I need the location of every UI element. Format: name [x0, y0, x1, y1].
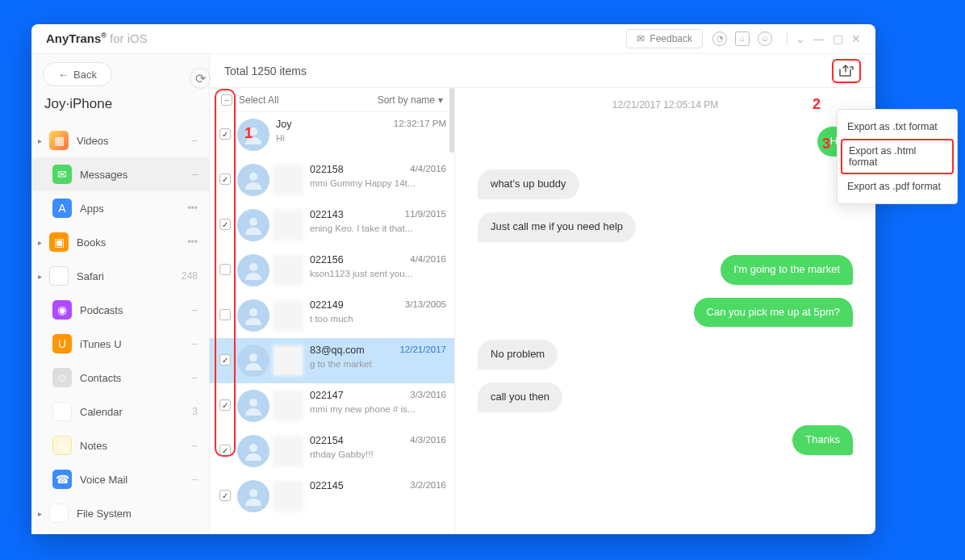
sidebar-icon: ☎ — [52, 470, 72, 489]
thread-date: 3/3/2016 — [410, 390, 446, 401]
thread-date: 4/3/2016 — [410, 435, 446, 446]
thread-info: 83@qq.com12/21/2017g to the market — [310, 345, 446, 369]
thread-row[interactable]: 83@qq.com12/21/2017g to the market — [210, 338, 454, 383]
sidebar-item-label: Apps — [80, 203, 104, 215]
message-row: Thanks — [478, 425, 853, 455]
thread-name: 83@qq.com — [310, 345, 365, 356]
main: Total 1250 items 2 – Select All Sort by … — [210, 54, 875, 534]
export-button[interactable] — [832, 59, 861, 83]
sidebar-item-label: Books — [77, 236, 106, 249]
thread-preview: Hi — [276, 133, 446, 143]
sidebar-item-notes[interactable]: ▤Notes-- — [31, 428, 209, 462]
minimize-icon[interactable]: — — [813, 32, 825, 45]
sidebar-item-label: Voice Mail — [80, 474, 127, 486]
clock-icon[interactable]: ◔ — [712, 31, 727, 46]
user-icon[interactable]: ☺ — [758, 31, 772, 46]
thread-row[interactable]: 0221453/2/2016 — [210, 474, 454, 519]
sidebar-icon: ☺ — [52, 368, 72, 387]
svg-point-4 — [249, 308, 257, 316]
avatar — [237, 164, 269, 196]
thread-row[interactable]: 0221584/4/2016mmi Gummy Happy 14t... — [210, 157, 454, 203]
main-header: Total 1250 items — [210, 54, 875, 88]
svg-point-2 — [249, 218, 257, 226]
sidebar-icon: U — [52, 334, 72, 353]
sidebar-item-videos[interactable]: ▸▦Videos-- — [31, 123, 209, 157]
sidebar-item-badge: -- — [191, 372, 198, 383]
sidebar-item-label: Podcasts — [80, 304, 123, 316]
avatar — [237, 209, 269, 241]
thread-date: 4/4/2016 — [410, 164, 446, 175]
sidebar-item-badge: 248 — [182, 270, 198, 282]
thread-checkbox[interactable] — [219, 264, 231, 275]
thread-checkbox[interactable] — [219, 173, 231, 185]
thread-list-pane: – Select All Sort by name ▾ 1 Joy12:32:1… — [210, 88, 455, 534]
sort-dropdown[interactable]: Sort by name ▾ — [378, 94, 443, 106]
chat-timestamp: 12/21/2017 12:05:14 PM — [478, 99, 853, 111]
menu-icon[interactable]: ⌄ — [796, 32, 805, 45]
sidebar-item-messages[interactable]: ✉Messages-- — [31, 157, 209, 191]
thread-checkbox[interactable] — [219, 128, 231, 140]
back-button[interactable]: ← Back — [43, 62, 112, 86]
select-all-label: Select All — [239, 94, 278, 106]
sidebar: ← Back ⟳ Joy·iPhone ▸▦Videos--✉Messages-… — [31, 54, 210, 534]
thread-checkbox[interactable] — [219, 490, 231, 501]
thread-preview: ening Keo. I take it that... — [310, 224, 446, 233]
thread-row[interactable]: 0221544/3/2016rthday Gabby!!! — [210, 428, 454, 474]
feedback-button[interactable]: ✉ Feedback — [626, 29, 703, 48]
sidebar-item-file-system[interactable]: ▸▥File System — [31, 496, 209, 530]
export-pdf[interactable]: Export as .pdf format — [838, 174, 957, 199]
thread-row[interactable]: 0221564/4/2016kson1123 just sent you... — [210, 248, 454, 293]
sidebar-item-badge: -- — [191, 135, 198, 146]
thread-name: 022149 — [310, 299, 344, 311]
thread-checkbox[interactable] — [219, 399, 231, 411]
blurred-name — [273, 345, 303, 376]
sidebar-item-apps[interactable]: AApps••• — [31, 191, 209, 225]
avatar — [237, 299, 269, 332]
theme-icon[interactable]: ⌂ — [735, 31, 750, 46]
svg-point-8 — [249, 489, 257, 497]
thread-date: 11/9/2015 — [405, 209, 446, 220]
sidebar-item-podcasts[interactable]: ◉Podcasts-- — [31, 293, 209, 327]
blurred-name — [273, 300, 303, 331]
device-name: Joy·iPhone — [31, 94, 209, 123]
message-bubble: Thanks — [792, 425, 853, 455]
sidebar-item-voice-mail[interactable]: ☎Voice Mail-- — [31, 462, 209, 496]
thread-name: Joy — [276, 119, 291, 130]
sidebar-item-safari[interactable]: ▸✦Safari248 — [31, 259, 209, 293]
thread-checkbox[interactable] — [219, 445, 231, 456]
thread-row[interactable]: 0221493/13/2005t too much — [210, 293, 454, 338]
thread-checkbox[interactable] — [219, 354, 231, 366]
thread-row[interactable]: 0221473/3/2016mmi my new phone # is... — [210, 383, 454, 428]
blurred-name — [273, 436, 303, 466]
select-all-checkbox[interactable]: – — [221, 94, 232, 106]
export-txt[interactable]: Export as .txt format — [838, 115, 957, 139]
avatar — [237, 254, 269, 286]
thread-preview: rthday Gabby!!! — [310, 449, 446, 459]
thread-row[interactable]: 02214311/9/2015ening Keo. I take it that… — [210, 203, 454, 248]
sidebar-item-calendar[interactable]: 5Calendar3 — [31, 395, 209, 428]
export-html[interactable]: Export as .html format — [841, 139, 954, 174]
message-row: Can you pick me up at 5pm? — [478, 298, 853, 328]
sidebar-item-contacts[interactable]: ☺Contacts-- — [31, 361, 209, 395]
refresh-button[interactable]: ⟳ — [190, 68, 211, 89]
app-subtitle: for iOS — [110, 31, 148, 45]
avatar — [237, 480, 269, 512]
sidebar-item-books[interactable]: ▸▣Books••• — [31, 225, 209, 259]
feedback-label: Feedback — [650, 33, 692, 44]
app-window: AnyTrans® for iOS ✉ Feedback ◔ ⌂ ☺ ⌄ — ▢… — [31, 24, 875, 534]
sidebar-item-badge: -- — [191, 304, 198, 316]
thread-date: 12:32:17 PM — [394, 119, 446, 130]
thread-checkbox[interactable] — [219, 219, 231, 230]
maximize-icon[interactable]: ▢ — [833, 32, 843, 45]
sidebar-item-label: File System — [77, 508, 132, 520]
chat-pane: 12/21/2017 12:05:14 PM Hiwhat's up buddy… — [455, 88, 875, 534]
sidebar-item-badge: -- — [191, 338, 198, 349]
sidebar-item-badge: ••• — [187, 203, 198, 214]
thread-date: 12/21/2017 — [399, 345, 446, 356]
avatar — [237, 390, 269, 422]
thread-checkbox[interactable] — [219, 309, 231, 320]
thread-info: 0221544/3/2016rthday Gabby!!! — [310, 435, 446, 459]
close-icon[interactable]: ✕ — [851, 32, 861, 45]
sidebar-item-itunes-u[interactable]: UiTunes U-- — [31, 327, 209, 361]
caret-icon: ▸ — [38, 238, 46, 247]
